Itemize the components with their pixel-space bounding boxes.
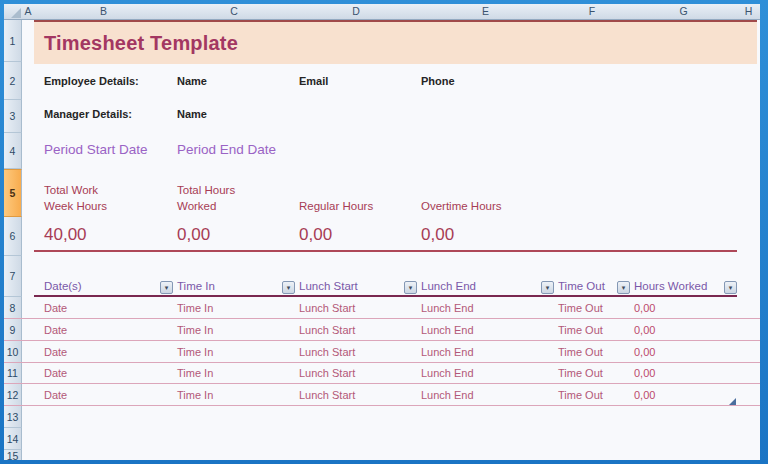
column-header-d[interactable]: D (295, 4, 418, 20)
cell-time-out[interactable]: Time Out (558, 363, 603, 384)
summary-underline (34, 250, 737, 252)
cell-time-out[interactable]: Time Out (558, 319, 603, 341)
overtime-hours-label[interactable]: Overtime Hours (421, 198, 502, 214)
column-header-c[interactable]: C (173, 4, 296, 20)
table-header-time-out[interactable]: Time Out (558, 280, 605, 293)
row-header-2[interactable]: 2 (4, 62, 22, 100)
cell-lunch-end[interactable]: Lunch End (421, 319, 474, 341)
cell-date[interactable]: Date (44, 319, 67, 341)
period-end-date-cell[interactable]: Period End Date (177, 143, 276, 157)
column-header-e[interactable]: E (417, 4, 555, 20)
table-row: Date Time In Lunch Start Lunch End Time … (4, 341, 760, 363)
column-header-g[interactable]: G (630, 4, 738, 20)
row-header-7[interactable]: 7 (4, 256, 22, 297)
cell-lunch-end[interactable]: Lunch End (421, 384, 474, 406)
cell-date[interactable]: Date (44, 341, 67, 363)
select-all-corner[interactable] (4, 4, 23, 20)
cell-lunch-start[interactable]: Lunch Start (299, 384, 355, 406)
total-work-week-hours-value[interactable]: 40,00 (44, 226, 87, 243)
table-header-lunch-end[interactable]: Lunch End (421, 280, 476, 293)
table-resize-handle-icon[interactable] (729, 398, 736, 405)
row-header-6[interactable]: 6 (4, 217, 22, 256)
regular-hours-value[interactable]: 0,00 (299, 226, 332, 243)
row-header-1[interactable]: 1 (4, 20, 22, 62)
employee-email-label[interactable]: Email (299, 75, 328, 87)
table-row: Date Time In Lunch Start Lunch End Time … (4, 319, 760, 341)
filter-dropdown-icon: ▾ (287, 284, 291, 291)
spreadsheet: A B C D E F G H 1 2 3 4 5 6 7 8 9 10 11 … (4, 4, 760, 460)
cell-hours-worked[interactable]: 0,00 (634, 384, 655, 406)
filter-dropdown-icon: ▾ (546, 284, 550, 291)
cell-lunch-end[interactable]: Lunch End (421, 297, 474, 319)
cell-date[interactable]: Date (44, 384, 67, 406)
title-cell[interactable]: Timesheet Template (34, 20, 757, 64)
row-header-13[interactable]: 13 (4, 406, 22, 428)
filter-button-lunch-end[interactable]: ▾ (541, 281, 554, 294)
column-headers: A B C D E F G H (4, 4, 760, 20)
filter-dropdown-icon: ▾ (409, 284, 413, 291)
cell-lunch-start[interactable]: Lunch Start (299, 363, 355, 384)
cell-time-out[interactable]: Time Out (558, 297, 603, 319)
cell-hours-worked[interactable]: 0,00 (634, 341, 655, 363)
cell-date[interactable]: Date (44, 363, 67, 384)
row-header-14[interactable]: 14 (4, 428, 22, 450)
filter-dropdown-icon: ▾ (622, 284, 626, 291)
row-header-3[interactable]: 3 (4, 100, 22, 133)
column-header-f[interactable]: F (554, 4, 631, 20)
regular-hours-label[interactable]: Regular Hours (299, 198, 373, 214)
total-hours-worked-value[interactable]: 0,00 (177, 226, 210, 243)
cell-hours-worked[interactable]: 0,00 (634, 297, 655, 319)
cell-hours-worked[interactable]: 0,00 (634, 319, 655, 341)
table-header-hours-worked[interactable]: Hours Worked (634, 280, 707, 293)
filter-button-time-in[interactable]: ▾ (282, 281, 295, 294)
total-hours-worked-label[interactable]: Total Hours Worked (177, 182, 257, 214)
cell-time-in[interactable]: Time In (177, 341, 213, 363)
column-header-h[interactable]: H (737, 4, 760, 20)
cell-time-in[interactable]: Time In (177, 363, 213, 384)
cell-lunch-end[interactable]: Lunch End (421, 363, 474, 384)
table-header-dates[interactable]: Date(s) (44, 280, 82, 293)
cell-time-out[interactable]: Time Out (558, 384, 603, 406)
row-header-5-selected[interactable]: 5 (4, 169, 22, 217)
filter-button-time-out[interactable]: ▾ (617, 281, 630, 294)
filter-button-lunch-start[interactable]: ▾ (404, 281, 417, 294)
table-header-lunch-start[interactable]: Lunch Start (299, 280, 358, 293)
cell-time-out[interactable]: Time Out (558, 341, 603, 363)
cell-lunch-start[interactable]: Lunch Start (299, 341, 355, 363)
total-work-week-hours-label[interactable]: Total Work Week Hours (44, 182, 114, 214)
manager-details-label[interactable]: Manager Details: (44, 108, 132, 120)
cell-date[interactable]: Date (44, 297, 67, 319)
filter-dropdown-icon: ▾ (165, 284, 169, 291)
row-header-15[interactable]: 15 (4, 450, 22, 460)
row-header-4[interactable]: 4 (4, 133, 22, 169)
filter-dropdown-icon: ▾ (729, 284, 733, 291)
cell-time-in[interactable]: Time In (177, 384, 213, 406)
employee-name-label[interactable]: Name (177, 75, 207, 87)
table-row: Date Time In Lunch Start Lunch End Time … (4, 363, 760, 384)
page-title: Timesheet Template (44, 32, 238, 55)
column-header-b[interactable]: B (34, 4, 174, 20)
window-frame: A B C D E F G H 1 2 3 4 5 6 7 8 9 10 11 … (0, 0, 768, 464)
manager-name-label[interactable]: Name (177, 108, 207, 120)
employee-phone-label[interactable]: Phone (421, 75, 455, 87)
overtime-hours-value[interactable]: 0,00 (421, 226, 454, 243)
period-start-date-cell[interactable]: Period Start Date (44, 143, 148, 157)
table-header-time-in[interactable]: Time In (177, 280, 215, 293)
cell-lunch-end[interactable]: Lunch End (421, 341, 474, 363)
cell-lunch-start[interactable]: Lunch Start (299, 319, 355, 341)
filter-button-dates[interactable]: ▾ (160, 281, 173, 294)
cell-time-in[interactable]: Time In (177, 297, 213, 319)
employee-details-label[interactable]: Employee Details: (44, 75, 139, 87)
cell-time-in[interactable]: Time In (177, 319, 213, 341)
filter-button-hours-worked[interactable]: ▾ (724, 281, 737, 294)
cell-hours-worked[interactable]: 0,00 (634, 363, 655, 384)
cell-lunch-start[interactable]: Lunch Start (299, 297, 355, 319)
select-all-triangle-icon (11, 8, 21, 18)
table-row: Date Time In Lunch Start Lunch End Time … (4, 297, 760, 319)
table-row: Date Time In Lunch Start Lunch End Time … (4, 384, 760, 406)
